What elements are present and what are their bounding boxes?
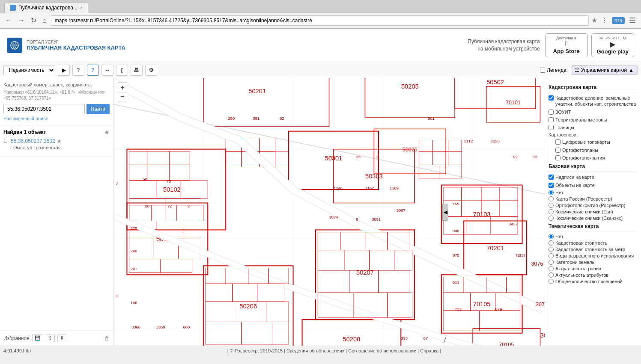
thematic-permitted-use-label[interactable]: Виды разрешенного использования [555,253,634,258]
cadastral-parcels-checkbox[interactable] [549,95,554,101]
tab-favicon [10,5,16,11]
thematic-attr-currency-radio[interactable] [549,272,554,278]
thematic-land-category-radio[interactable] [549,260,554,265]
orthophoto-plans-checkbox[interactable] [555,148,561,153]
section-cadastral-map-title: Кадастровая карта [549,84,638,92]
map-objects-checkbox[interactable] [549,183,554,188]
info2-button[interactable]: ? [87,65,99,76]
favorites-add-button[interactable]: 💾 [32,334,43,342]
legend-button[interactable]: Легенда [540,67,566,73]
favorites-import-button[interactable]: ⇧ [46,334,55,342]
thematic-permitted-use-radio[interactable] [549,253,554,258]
svg-text:70105: 70105 [499,342,514,346]
thematic-border-currency-radio[interactable] [549,266,554,271]
orthophoto-coverage-checkbox[interactable] [555,155,561,160]
basemap-satellite-scanex-label[interactable]: Космические снимки (Сканэкс) [555,216,623,221]
appstore-badge[interactable]: Доступно в  App Store [545,33,588,57]
map-area[interactable]: 50201 50205 50502 50102 50103 50301 50 [113,78,545,346]
bookmark-icon[interactable]: ★ [591,16,597,24]
zoom-in-button[interactable]: + [118,83,127,92]
basemap-orthophoto-rosreestr-radio[interactable] [549,203,554,208]
svg-text:72: 72 [167,204,172,208]
advanced-search-link[interactable]: Расширенный поиск [3,116,48,121]
cb-borders: Границы [549,124,638,130]
home-button[interactable]: ⌂ [41,16,48,25]
manage-map-button[interactable]: ☷ Управление картой ▲ [571,65,638,75]
topo-maps-label[interactable]: Цифровые топокарты [562,139,610,145]
thematic-cadastral-value-sqm-label[interactable]: Кадастровая стоимость за метр [555,247,625,252]
cb-territorial-zones: Территориальные зоны [549,117,638,123]
basemap-russia-radio[interactable] [549,196,554,201]
borders-label[interactable]: Границы [555,124,574,130]
map-objects-label[interactable]: Объекты на карте [555,182,595,188]
map-labels-checkbox[interactable] [549,175,554,180]
thematic-cadastral-value-label[interactable]: Кадастровая стоимость [555,240,607,246]
result-link[interactable]: 55:36.050207.3502 [11,138,55,144]
status-left: 4.01.499.http [3,348,31,353]
basemap-orthophoto-rosreestr-label[interactable]: Ортофотопокрытия (Росреестр) [555,203,625,208]
address-bar[interactable] [51,15,589,26]
orthophoto-coverage-label[interactable]: Ортофотопокрытия [562,155,605,161]
extension-badge[interactable]: 419 [612,17,625,24]
basemap-satellite-esri-radio[interactable] [549,209,554,214]
zouit-checkbox[interactable] [549,109,554,115]
svg-text:3366: 3366 [131,325,140,329]
favorites-export-button[interactable]: ⇩ [57,334,66,342]
thematic-border-currency-label[interactable]: Актуальность границ [555,266,601,271]
zouit-label[interactable]: ЗОУИТ [555,109,571,115]
measure-button[interactable]: ↔ [101,65,113,76]
basemap-satellite-scanex-radio[interactable] [549,216,554,221]
basemap-none-radio[interactable] [549,190,554,195]
svg-text:8: 8 [356,217,358,222]
results-header: Найден 1 объект ★ [3,129,110,136]
google-play-icon: ▶ [610,40,615,48]
cadastral-parcels-label[interactable]: Кадастровое деление, земельные участки, … [555,95,638,107]
fullscreen-button[interactable]: ⧸ [444,336,446,343]
search-input[interactable] [3,104,85,114]
thematic-visit-count-label[interactable]: Общее количество посещений [555,279,623,284]
googleplay-badge[interactable]: ЗАГРУЗИТЕ НА ▶ Google play [591,33,634,57]
thematic-land-category-label[interactable]: Категории земель [555,260,594,265]
forward-button[interactable]: → [16,16,27,25]
svg-text:20: 20 [145,204,149,208]
svg-text:50205: 50205 [401,83,419,90]
extensions-icon[interactable]: ⋮ [600,16,609,25]
territorial-zones-checkbox[interactable] [549,117,554,122]
thematic-cadastral-value-sqm-radio[interactable] [549,247,554,252]
back-button[interactable]: ← [3,16,14,25]
basemap-satellite-esri-label[interactable]: Космические снимки (Esri) [555,209,613,214]
object-type-dropdown[interactable]: Недвижимость [3,65,55,75]
topo-maps-checkbox[interactable] [555,139,561,145]
menu-button[interactable]: ☰ [627,15,638,26]
area-button[interactable]: ▯ [116,65,128,76]
thematic-visit-count-radio[interactable] [549,279,554,284]
thematic-attr-currency-label[interactable]: Актуальность атрибутов [555,272,608,278]
reload-button[interactable]: ↻ [29,15,38,25]
basemap-russia-label[interactable]: Карта России (Росреестр) [555,196,612,201]
territorial-zones-label[interactable]: Территориальные зоны [555,117,607,123]
search-area: Кадастровый номер, адрес, координата: На… [0,78,113,125]
active-tab[interactable]: Публичная кадастрова... × [4,2,88,13]
results-star-icon[interactable]: ★ [104,129,110,136]
orthophoto-plans-label[interactable]: Ортофотопланы [562,147,598,153]
map-labels-label[interactable]: Надписи на карте [555,174,594,180]
legend-checkbox[interactable] [540,68,545,73]
thematic-none-radio[interactable] [549,234,554,239]
search-button[interactable]: Найти [86,104,110,114]
borders-checkbox[interactable] [549,125,554,130]
thematic-none-label[interactable]: Нет [555,234,563,239]
result-star-icon[interactable]: ★ [57,138,62,144]
print-button[interactable]: 🖶 [131,65,143,76]
panel-collapse-handle[interactable]: ◀ [442,204,448,221]
thematic-cadastral-value-radio[interactable] [549,240,554,246]
favorites-delete-icon[interactable]: 🗑 [104,335,110,341]
settings-button[interactable]: ⚙ [145,65,157,76]
svg-text:50208: 50208 [343,336,361,343]
cb-zouit: ЗОУИТ [549,109,638,115]
cursor-tool-button[interactable]: ▶ [58,65,70,76]
zoom-out-button[interactable]: − [118,92,127,101]
status-center: | © Росреестр, 2010-2015 | Сведения об о… [31,348,638,353]
basemap-none-label[interactable]: Нет [555,190,563,195]
tab-close-button[interactable]: × [80,5,83,10]
info-button[interactable]: ? [72,65,84,76]
